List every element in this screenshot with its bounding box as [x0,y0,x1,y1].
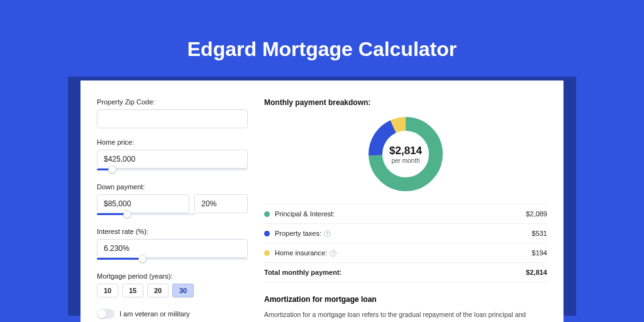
amortization-text: Amortization for a mortgage loan refers … [264,310,547,322]
zip-input[interactable] [97,109,248,128]
legend-total-label: Total monthly payment: [264,269,526,276]
help-icon[interactable]: ? [330,250,336,257]
period-option-20[interactable]: 20 [147,284,169,297]
legend-value: $194 [532,249,547,257]
page-title: Edgard Mortgage Calculator [0,0,644,79]
veteran-row: I am veteran or military [97,309,248,319]
down-payment-label: Down payment: [97,183,248,191]
legend-name: Property taxes: ? [275,230,532,237]
legend-row-principal: Principal & Interest: $2,089 [264,204,547,224]
veteran-toggle[interactable] [97,309,114,319]
donut-chart-wrap: $2,814 per month [264,116,547,192]
legend: Principal & Interest: $2,089 Property ta… [264,204,547,282]
interest-slider[interactable] [97,257,248,266]
amortization-title: Amortization for mortgage loan [264,295,547,304]
legend-value: $2,089 [526,210,547,218]
down-payment-percent-input[interactable] [194,194,248,213]
dot-icon [264,250,270,256]
breakdown-panel: Monthly payment breakdown: $2,814 per mo… [264,98,547,322]
legend-row-taxes: Property taxes: ? $531 [264,224,547,243]
dot-icon [264,211,270,217]
zip-label: Property Zip Code: [97,98,248,106]
period-option-30[interactable]: 30 [172,284,194,297]
legend-value: $531 [532,230,547,237]
calculator-card: Property Zip Code: Home price: Down paym… [80,80,564,322]
home-price-group: Home price: [97,138,248,177]
donut-center-value: $2,814 [389,145,422,157]
period-option-10[interactable]: 10 [97,284,118,297]
inputs-panel: Property Zip Code: Home price: Down paym… [97,98,248,322]
home-price-label: Home price: [97,138,248,146]
period-label: Mortgage period (years): [97,272,248,280]
donut-center: $2,814 per month [367,116,444,192]
dot-icon [264,231,270,236]
interest-group: Interest rate (%): [97,228,248,266]
down-payment-slider[interactable] [97,213,195,221]
interest-input[interactable] [97,239,248,258]
home-price-input[interactable] [97,150,248,169]
legend-row-insurance: Home insurance: ? $194 [264,243,547,263]
veteran-label: I am veteran or military [119,310,190,318]
zip-group: Property Zip Code: [97,98,248,128]
legend-name: Home insurance: ? [275,249,532,257]
legend-total-value: $2,814 [526,269,547,276]
donut-chart: $2,814 per month [367,116,444,192]
interest-label: Interest rate (%): [97,228,248,235]
period-group: Mortgage period (years): 10 15 20 30 [97,272,248,297]
legend-row-total: Total monthly payment: $2,814 [264,263,547,282]
breakdown-title: Monthly payment breakdown: [264,98,547,107]
period-options: 10 15 20 30 [97,284,248,297]
help-icon[interactable]: ? [324,230,331,237]
down-payment-group: Down payment: [97,183,248,221]
amortization-section: Amortization for mortgage loan Amortizat… [264,295,547,322]
down-payment-amount-input[interactable] [97,194,189,213]
legend-name: Principal & Interest: [275,210,526,218]
period-option-15[interactable]: 15 [122,284,143,297]
donut-center-sub: per month [391,157,419,164]
home-price-slider[interactable] [97,168,248,177]
